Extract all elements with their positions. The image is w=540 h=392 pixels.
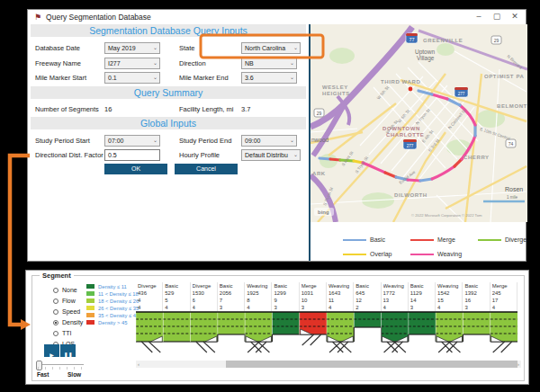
number-of-segments-label: Number of Segments bbox=[35, 103, 99, 115]
study-period-end-dropdown[interactable]: 09:00⌄ bbox=[241, 135, 297, 147]
direction-label: Direction bbox=[179, 58, 206, 69]
density-swatch bbox=[86, 298, 94, 303]
scroll-right-icon[interactable]: › bbox=[518, 361, 519, 368]
segment-column-5: Basic52954 bbox=[163, 282, 190, 311]
chevron-down-icon: ⌄ bbox=[153, 73, 158, 83]
segment-cell: 13 bbox=[383, 297, 408, 304]
speed-slider-track[interactable] bbox=[37, 364, 84, 365]
segment-column-11: Weaving1643114 bbox=[327, 282, 354, 311]
hourly-profile-dropdown[interactable]: Default Distribu⌄ bbox=[241, 149, 301, 161]
chevron-down-icon: ⌄ bbox=[290, 73, 294, 83]
segment-cell: 17 bbox=[492, 297, 517, 304]
map-scale-label: 1 mile bbox=[507, 195, 518, 200]
map-label-optimist: OPTIMIST PA bbox=[484, 74, 525, 79]
mile-marker-end-dropdown[interactable]: 3.6⌄ bbox=[241, 72, 297, 84]
segment-cell: 645 bbox=[356, 290, 380, 297]
legend-line-swatch bbox=[343, 254, 366, 255]
study-period-start-dropdown[interactable]: 07:00⌄ bbox=[104, 135, 160, 147]
map-legend-item-merge: Merge bbox=[410, 236, 455, 243]
segment-table: Diverge43644Basic52954Diverge153064Basic… bbox=[136, 282, 518, 311]
segment-cell: 1299 bbox=[274, 290, 298, 297]
segment-cell: 4 bbox=[492, 304, 517, 311]
segment-cell: 1392 bbox=[464, 290, 489, 297]
cancel-button[interactable]: Cancel bbox=[175, 164, 238, 174]
map-legend-item-overlap: Overlap bbox=[343, 251, 392, 257]
svg-text:77: 77 bbox=[409, 37, 414, 42]
svg-text:74: 74 bbox=[508, 141, 514, 147]
map-label-nwood: nwood bbox=[311, 137, 329, 143]
mile-marker-start-dropdown[interactable]: 0.1⌄ bbox=[104, 72, 160, 84]
radio-flow[interactable]: Flow bbox=[53, 297, 76, 305]
segment-cell: Weaving bbox=[247, 282, 271, 290]
segment-column-6: Diverge153064 bbox=[191, 282, 218, 311]
slider-tick bbox=[52, 367, 53, 370]
segment-cell: 9 bbox=[274, 297, 298, 304]
map-legend-item-diverge: Diverge bbox=[478, 236, 526, 243]
segment-cell: 4 bbox=[165, 304, 189, 311]
map-label-cherry: CHERRY bbox=[464, 155, 490, 160]
directional-dist-factor-label: Directional Dist. Factor bbox=[35, 149, 104, 161]
horizontal-scrollbar[interactable]: ‹ › bbox=[136, 361, 521, 368]
database-date-dropdown[interactable]: May 2019⌄ bbox=[104, 42, 160, 54]
segment-cell: Weaving bbox=[437, 282, 462, 290]
scrollbar-thumb[interactable] bbox=[226, 361, 518, 368]
state-dropdown[interactable]: North Carolina⌄ bbox=[241, 42, 301, 54]
segment-cell: 1925 bbox=[247, 290, 271, 297]
play-button[interactable]: ▶ bbox=[44, 344, 59, 357]
legend-label: Overlap bbox=[370, 251, 392, 257]
study-period-start-label: Study Period Start bbox=[35, 135, 90, 147]
slider-tick bbox=[81, 367, 82, 370]
mile-marker-start-label: Mile Marker Start bbox=[35, 72, 86, 84]
segment-cell: 3 bbox=[464, 304, 489, 311]
density-legend-row: 18 < Density ≤ 26 bbox=[86, 298, 139, 304]
title-bar[interactable]: ⚑ Query Segmentation Database – ▢ ✕ bbox=[28, 10, 526, 24]
direction-dropdown[interactable]: NB⌄ bbox=[241, 58, 297, 69]
study-period-end-label: Study Period End bbox=[179, 135, 231, 147]
map-label-wesley: WESLEY bbox=[322, 85, 348, 90]
segment-column-17: Merge245174 bbox=[490, 282, 518, 311]
radio-density[interactable]: Density bbox=[53, 318, 83, 326]
radio-tti[interactable]: TTI bbox=[53, 329, 72, 337]
minimize-button[interactable]: – bbox=[470, 10, 488, 24]
section-header-query-inputs: Segmentation Database Query Inputs bbox=[31, 24, 306, 37]
state-label: State bbox=[179, 42, 195, 54]
map-label-greenville: GREENVILLE bbox=[423, 38, 463, 43]
chevron-down-icon: ⌄ bbox=[293, 150, 298, 160]
radio-speed[interactable]: Speed bbox=[53, 307, 80, 316]
segment-column-8: Weaving192584 bbox=[245, 282, 272, 311]
segment-column-12: Basic645122 bbox=[354, 282, 381, 311]
fast-label: Fast bbox=[37, 371, 49, 378]
segment-group-label: Segment bbox=[40, 272, 74, 280]
radio-none[interactable]: None bbox=[53, 286, 77, 294]
slider-tick bbox=[45, 367, 46, 370]
segment-column-4: Diverge43644 bbox=[136, 282, 163, 311]
close-button[interactable]: ✕ bbox=[506, 10, 524, 24]
segment-cell: 245 bbox=[492, 290, 517, 297]
radio-circle-icon bbox=[53, 309, 58, 315]
section-header-query-summary: Query Summary bbox=[31, 86, 306, 99]
density-legend-row: 11 < Density ≤ 18 bbox=[86, 290, 139, 297]
bing-logo: bing bbox=[314, 208, 334, 216]
ok-button[interactable]: OK bbox=[104, 164, 167, 174]
chevron-down-icon: ⌄ bbox=[293, 43, 298, 53]
bing-map[interactable]: 77 277 277 29 29 74 bbox=[310, 24, 527, 222]
map-legend-item-basic: Basic bbox=[343, 236, 385, 243]
route-merge bbox=[330, 159, 340, 160]
freeway-name-dropdown[interactable]: I277⌄ bbox=[104, 58, 160, 69]
facility-length-value: 3.7 bbox=[241, 103, 250, 115]
segment-cell: 3 bbox=[410, 304, 435, 311]
density-swatch bbox=[86, 306, 94, 310]
i277-shield-north: 277 bbox=[454, 87, 468, 97]
legend-label: Diverge bbox=[505, 236, 526, 243]
section-header-global-inputs: Global Inputs bbox=[31, 117, 306, 129]
scroll-left-icon[interactable]: ‹ bbox=[138, 361, 140, 368]
segment-cell: 6 bbox=[193, 297, 217, 304]
i77-shield: 77 bbox=[406, 33, 418, 43]
maximize-button[interactable]: ▢ bbox=[488, 10, 506, 24]
segment-cell: 4 bbox=[383, 304, 408, 311]
segment-cell: 1542 bbox=[437, 290, 462, 297]
chevron-down-icon: ⌄ bbox=[153, 43, 158, 53]
directional-dist-factor-input[interactable]: 0.5 bbox=[104, 149, 160, 161]
segment-cell: 15 bbox=[437, 297, 462, 304]
pause-button[interactable]: ❚❚ bbox=[60, 344, 76, 357]
